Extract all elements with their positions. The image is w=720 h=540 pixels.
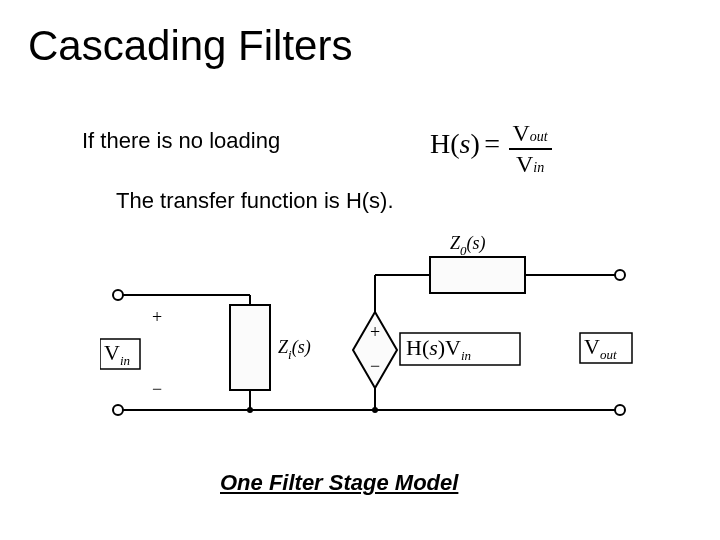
eq-lhs-arg: s: [460, 128, 471, 159]
svg-text:Zi(s): Zi(s): [278, 337, 311, 362]
svg-text:−: −: [370, 356, 380, 376]
eq-equals: =: [484, 128, 500, 159]
svg-text:+: +: [370, 322, 380, 342]
svg-point-21: [615, 405, 625, 415]
text-no-loading: If there is no loading: [82, 128, 280, 154]
caption-stage-model: One Filter Stage Model: [220, 470, 458, 496]
svg-text:−: −: [152, 379, 162, 399]
slide-title: Cascading Filters: [28, 22, 352, 70]
eq-num-sym: V: [513, 120, 530, 146]
circuit-diagram: Zi(s) + − Z0(s) + −: [100, 235, 640, 455]
svg-text:+: +: [152, 307, 162, 327]
svg-rect-17: [430, 257, 525, 293]
eq-lhs-fn: H: [430, 128, 450, 159]
svg-text:H(s)Vin: H(s)Vin: [406, 335, 471, 363]
svg-text:Vout: Vout: [584, 334, 617, 362]
eq-den-sym: V: [516, 151, 533, 177]
equation-hs: H(s) = Vout Vin: [430, 120, 552, 178]
svg-rect-3: [230, 305, 270, 390]
eq-num-sub: out: [530, 129, 548, 144]
eq-den-sub: in: [533, 160, 544, 175]
svg-point-20: [615, 270, 625, 280]
svg-text:Z0(s): Z0(s): [450, 235, 486, 258]
text-transfer-fn: The transfer function is H(s).: [116, 188, 394, 214]
svg-point-0: [113, 290, 123, 300]
svg-point-1: [113, 405, 123, 415]
svg-text:Vin: Vin: [104, 340, 130, 368]
